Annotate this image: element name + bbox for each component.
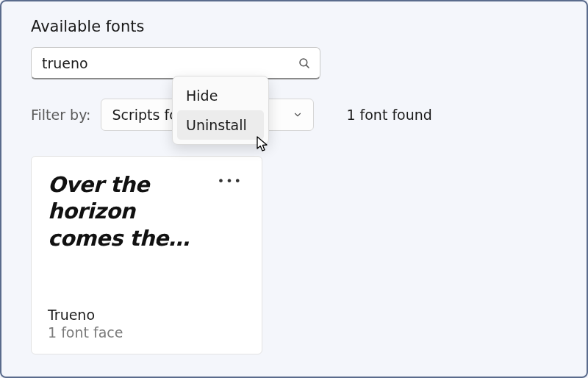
search-icon[interactable] [298, 57, 311, 70]
font-preview: Over the horizon comes the… [48, 171, 215, 252]
menu-item-hide[interactable]: Hide [177, 81, 264, 110]
font-face-count: 1 font face [48, 324, 245, 340]
font-card[interactable]: Over the horizon comes the… ••• Trueno 1… [31, 156, 262, 354]
chevron-down-icon [293, 110, 303, 120]
result-count: 1 font found [346, 107, 431, 123]
filter-row: Filter by: Scripts for 1 font found [31, 99, 557, 131]
more-button[interactable]: ••• [215, 174, 245, 189]
menu-item-uninstall[interactable]: Uninstall [177, 110, 264, 140]
section-title: Available fonts [31, 18, 557, 35]
svg-line-1 [306, 65, 309, 68]
context-menu: Hide Uninstall [172, 76, 269, 145]
font-name: Trueno [48, 307, 245, 323]
search-box[interactable] [31, 47, 320, 79]
filter-label: Filter by: [31, 107, 90, 123]
search-input[interactable] [40, 54, 298, 72]
